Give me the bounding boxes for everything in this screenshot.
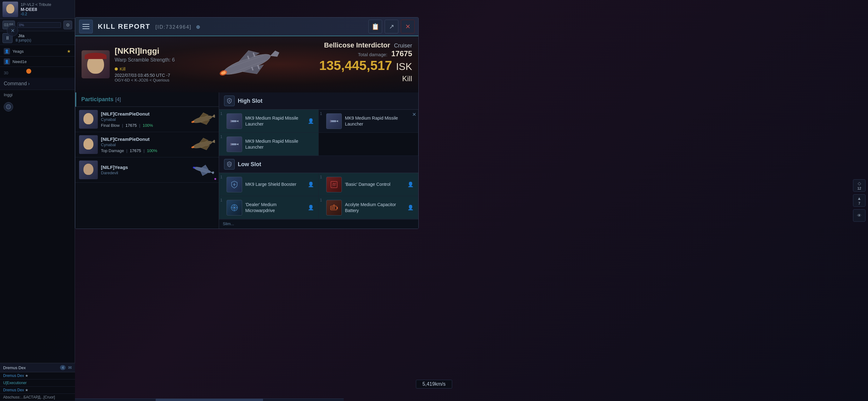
kill-info-section: [NKRI]Inggi Warp Scramble Strength: 6 Ki… [75,36,418,93]
high-slot-name-3: MK9 Medium Rapid Missile Launcher [345,115,414,127]
high-slot-header: High Slot [219,93,418,110]
copy-icon[interactable]: ⊕ [196,24,200,30]
command-item[interactable]: Command › [0,78,75,90]
participant-name-1: [NILF]CreamPieDonut [101,111,187,116]
svg-rect-50 [332,207,333,209]
total-damage-label: Total damage: [358,52,388,57]
low-slot-icon-1 [226,177,242,192]
low-slot-item-1: 1 MK9 Large Shield Booster 👤 [219,173,319,196]
nav-items: 👤 Yeags ★ 👤 Need1e [0,45,75,68]
chat-entry-2: U[Executioner [0,379,75,387]
char-status: -0.2 [21,12,72,16]
svg-rect-37 [230,143,231,144]
triangle-button[interactable]: ▲ 7 [853,194,866,207]
low-slot-header: Low Slot [219,156,418,173]
high-slot-item-3: 1 MK9 Medium Rapid Missile Launcher ✕ [319,110,418,133]
svg-marker-1 [269,49,280,59]
participant-blow-1: Final Blow [101,123,120,128]
damage-row: Total damage: 17675 [319,49,412,58]
nav-label-yeags: Yeags [12,49,24,54]
low-slot-icon [224,159,235,170]
svg-point-43 [234,207,235,209]
kill-type-label: Kill [319,74,412,83]
radio-icon[interactable] [4,102,13,111]
speed-value: 5,419km/s [423,381,445,387]
cynabal-svg-2 [190,136,215,153]
participant-row-2: [NILF]CreamPieDonut Cynabal Top Damage |… [75,132,219,157]
shield-weapon-icon [226,98,232,104]
participant-info-2: [NILF]CreamPieDonut Cynabal Top Damage |… [101,136,187,153]
ship-svg [206,39,287,89]
panel-close-button[interactable]: ✕ [401,20,415,33]
svg-rect-34 [330,121,331,123]
menu-line-1 [83,24,89,25]
ship-name-row: Bellicose Interdictor Cruiser [319,41,412,49]
kill-report-title-text: KILL REPORT [98,23,150,30]
participant-blow-2: Top Damage [101,148,124,153]
victim-name: [NKRI]Inggi [115,46,175,56]
high-slot-close-3[interactable]: ✕ [412,111,416,118]
isk-value: 135,445,517 [319,58,392,73]
svg-marker-28 [237,120,239,122]
menu-button[interactable] [79,20,93,33]
high-slot-item-1: 1 MK9 Medium Rapid Missile Launcher 👤 [219,110,319,133]
nav-item-need1e[interactable]: 👤 Need1e [0,57,75,67]
svg-rect-40 [331,181,337,188]
eye-button[interactable]: 👁 [853,209,866,222]
participant-avatar-3 [79,161,98,179]
low-slot-person-1: 👤 [307,181,315,188]
low-slot-icon-4 [326,200,342,215]
slot-number-1: 1 [220,111,222,116]
purple-indicator [214,178,216,180]
victim-hat [85,53,106,59]
chat-star-2: ★ [25,388,28,392]
daredevil-svg [188,158,217,181]
kill-marker: Kill [115,67,175,71]
chat-title: Dremus Dex [3,365,60,370]
chat-text-abschuss: Abschuss:...БАСТАРД...[Cruor] [3,395,55,399]
missile-icon-1 [230,116,239,126]
chat-mail-icon[interactable]: ✉ [68,365,72,370]
ship-class-name: Bellicose Interdictor [324,41,390,49]
participant-avatar-2 [79,135,98,154]
scroll-thumb[interactable] [156,399,263,401]
char-info: 1P-VL2 < Tribute M-DEE8 -0.2 [21,2,72,16]
chat-user-1: Dremus Dex [3,373,24,378]
number-label-30: 30 [0,68,75,78]
high-slot-title: High Slot [238,98,262,104]
nav-star-yeags: ★ [67,49,71,54]
chat-user-2: U[Executioner [3,381,27,385]
settings-icon[interactable]: ⚙ [63,21,72,29]
scroll-indicator[interactable] [75,399,344,401]
avatar [2,2,18,17]
diamond-button[interactable]: ◇ 12 [853,179,866,192]
left-sidebar: 1P-VL2 < Tribute M-DEE8 -0.2 03:55 0% ⚙ … [0,0,75,401]
low-slot-item-4: 1 Acolyte Medium Capacitor Battery 👤 [319,196,418,219]
participant-stats-2: Top Damage | 17675 | 100% [101,148,187,153]
chat-header: Dremus Dex 4 ✉ [0,363,75,372]
clipboard-button[interactable]: 📋 [368,20,382,33]
participant-name-2: [NILF]CreamPieDonut [101,136,187,142]
menu-line-2 [83,26,89,27]
chat-count: 4 [60,365,66,370]
nav-item-yeags[interactable]: 👤 Yeags ★ [0,46,75,57]
low-slot-grid: 1 MK9 Large Shield Booster 👤 1 [219,173,418,219]
ship-image-area [181,36,313,93]
panel-header: KILL REPORT [ID:7324964] ⊕ 📋 ↗ ✕ [75,18,418,36]
export-button[interactable]: ↗ [384,20,398,33]
kill-report-id: [ID:7324964] [155,24,191,30]
high-slot-icon-3 [326,113,342,129]
low-slot-person-3: 👤 [307,204,315,211]
isk-row: 135,445,517 ISK [319,58,412,73]
close-left-button[interactable]: ✕ [7,25,18,36]
command-label: Command [4,81,27,87]
command-arrow-icon: › [28,81,30,87]
high-slot-name-1: MK9 Medium Rapid Missile Launcher [245,115,307,127]
total-damage-value: 17675 [391,49,412,58]
victim-section: [NKRI]Inggi Warp Scramble Strength: 6 Ki… [75,36,181,93]
char-name: M-DEE8 [21,7,72,12]
nav-icon-yeags: 👤 [4,48,10,54]
low-slot-number-2: 1 [320,175,322,179]
high-slot-icon [224,96,235,106]
char-header: 1P-VL2 < Tribute M-DEE8 -0.2 [0,0,75,19]
